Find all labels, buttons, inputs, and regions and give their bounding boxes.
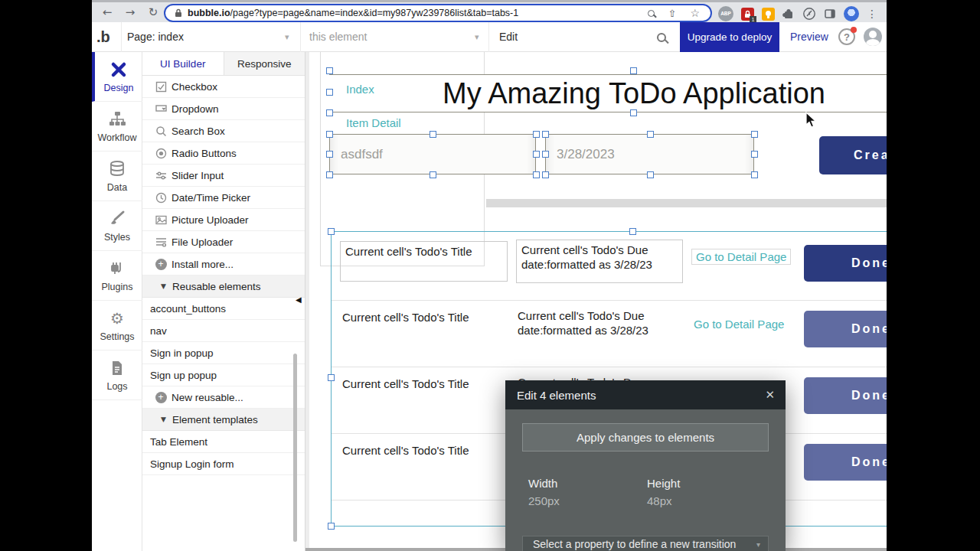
selection-handle[interactable] xyxy=(542,131,549,138)
share-icon[interactable]: ⇧ xyxy=(668,8,677,19)
preview-button[interactable]: Preview xyxy=(790,22,828,52)
selection-handle[interactable] xyxy=(630,109,637,116)
edit-menu[interactable]: Edit xyxy=(499,22,518,52)
sidebar-item-design[interactable]: Design xyxy=(92,52,142,102)
selection-handle[interactable] xyxy=(751,151,758,158)
selection-handle[interactable] xyxy=(629,228,636,235)
element-item-file-uploader[interactable]: File Uploader xyxy=(142,231,305,253)
header-element[interactable]: My Amazing ToDo Application xyxy=(329,74,887,112)
height-value[interactable]: 48px xyxy=(647,494,672,507)
selection-handle[interactable] xyxy=(326,109,333,116)
selection-handle[interactable] xyxy=(326,89,333,96)
bookmark-star-icon[interactable]: ☆ xyxy=(690,7,700,19)
popup-header[interactable]: Edit 4 elements ✕ xyxy=(505,380,786,409)
element-item-search-box[interactable]: Search Box xyxy=(142,120,305,142)
chevron-down-icon[interactable]: ▾ xyxy=(285,22,289,52)
browser-reload-icon[interactable]: ↻ xyxy=(144,3,162,21)
selection-handle[interactable] xyxy=(751,171,758,178)
element-item-slider-input[interactable]: Slider Input xyxy=(142,165,305,187)
todo-title-text[interactable]: Current cell's Todo's Title xyxy=(342,377,510,391)
selection-handle[interactable] xyxy=(533,131,540,138)
sidebar-item-settings[interactable]: ⚙ Settings xyxy=(92,301,142,350)
element-selector[interactable]: this element xyxy=(309,22,367,52)
zoom-icon[interactable] xyxy=(648,10,655,17)
sidebar-item-data[interactable]: Data xyxy=(92,152,142,201)
user-avatar[interactable] xyxy=(864,28,882,46)
element-item-checkbox[interactable]: Checkbox xyxy=(142,76,305,98)
reusable-item-sign-up-popup[interactable]: Sign up popup xyxy=(142,364,305,386)
keep-extension-icon[interactable] xyxy=(762,8,775,21)
url-bar[interactable]: bubble.io/page?type=page&name=index&id=m… xyxy=(164,4,712,22)
chevron-down-icon[interactable]: ▾ xyxy=(475,22,479,52)
selection-handle[interactable] xyxy=(751,131,758,138)
done-button[interactable]: Done xyxy=(804,377,887,414)
reusable-item-account-buttons[interactable]: account_buttons xyxy=(142,298,305,320)
divider-shape[interactable] xyxy=(486,199,887,207)
width-value[interactable]: 250px xyxy=(528,494,560,507)
selection-handle[interactable] xyxy=(328,374,335,381)
selection-handle[interactable] xyxy=(430,131,436,138)
selection-handle[interactable] xyxy=(647,171,654,178)
selection-handle[interactable] xyxy=(542,151,549,158)
panel-scrollbar[interactable] xyxy=(293,354,297,542)
browser-profile-avatar[interactable] xyxy=(844,6,859,21)
selection-handle[interactable] xyxy=(326,171,333,178)
browser-menu-icon[interactable]: ⋮ xyxy=(867,8,877,20)
reusable-item-new-reusable[interactable]: + New reusable... xyxy=(142,386,305,409)
selection-handle[interactable] xyxy=(326,131,333,138)
due-date-input[interactable]: 3/28/2023 xyxy=(545,134,754,174)
todo-title-text[interactable]: Current cell's Todo's Title xyxy=(342,443,510,458)
extensions-puzzle-icon[interactable] xyxy=(782,8,795,20)
create-task-button[interactable]: Create xyxy=(819,136,887,174)
element-item-picture-uploader[interactable]: Picture Uploader xyxy=(142,209,305,231)
element-item-install-more[interactable]: + Install more... xyxy=(142,253,305,276)
template-item-signup-login-form[interactable]: Signup Login form xyxy=(142,453,305,475)
sidebar-item-logs[interactable]: Logs xyxy=(92,350,142,400)
selection-handle[interactable] xyxy=(328,523,335,530)
element-item-datetime-picker[interactable]: Date/Time Picker xyxy=(142,187,305,209)
go-to-detail-link[interactable]: Go to Detail Page xyxy=(691,249,791,265)
panel-collapse-icon[interactable]: ◀ xyxy=(296,295,302,304)
done-button[interactable]: Done xyxy=(804,444,887,481)
close-icon[interactable]: ✕ xyxy=(765,388,775,402)
page-selector[interactable]: Page: index xyxy=(127,22,184,52)
sidebar-item-workflow[interactable]: Workflow xyxy=(92,102,142,152)
go-to-detail-link[interactable]: Go to Detail Page xyxy=(694,318,784,331)
task-title-input[interactable]: asdfsdf xyxy=(329,134,536,174)
leaf-extension-icon[interactable] xyxy=(802,7,816,21)
selection-handle[interactable] xyxy=(630,67,637,74)
todo-due-text[interactable]: Current cell's Todo's Due date:formatted… xyxy=(516,240,683,283)
element-item-radio-buttons[interactable]: Radio Buttons xyxy=(142,142,305,165)
browser-back-icon[interactable]: ← xyxy=(98,3,116,21)
sidepanel-icon[interactable] xyxy=(824,8,836,20)
reusable-item-nav[interactable]: nav xyxy=(142,320,305,342)
tab-ui-builder[interactable]: UI Builder xyxy=(142,52,224,75)
done-button[interactable]: Done xyxy=(804,245,887,282)
sidebar-item-plugins[interactable]: Plugins xyxy=(92,251,142,301)
selection-handle[interactable] xyxy=(430,171,436,178)
privacy-lock-extension-icon[interactable]: 1 xyxy=(741,8,754,21)
section-element-templates[interactable]: ▼ Element templates xyxy=(142,409,305,431)
browser-forward-icon[interactable]: → xyxy=(121,3,139,21)
todo-due-text[interactable]: Current cell's Todo's Due date:formatted… xyxy=(518,308,684,337)
selection-handle[interactable] xyxy=(326,151,333,158)
edit-elements-popup[interactable]: Edit 4 elements ✕ Apply changes to eleme… xyxy=(505,380,786,551)
element-item-dropdown[interactable]: Dropdown xyxy=(142,98,305,120)
adblock-extension-icon[interactable]: ABP xyxy=(718,6,733,21)
apply-changes-button[interactable]: Apply changes to elements xyxy=(522,423,769,452)
selection-handle[interactable] xyxy=(533,171,540,178)
todo-title-text[interactable]: Current cell's Todo's Title xyxy=(342,310,510,324)
nav-link-index[interactable]: Index xyxy=(346,83,374,96)
template-item-tab-element[interactable]: Tab Element xyxy=(142,431,305,453)
section-reusable-elements[interactable]: ▼ Reusable elements xyxy=(142,276,305,298)
tab-responsive[interactable]: Responsive xyxy=(224,52,305,75)
done-button[interactable]: Done xyxy=(804,311,887,347)
upgrade-to-deploy-button[interactable]: Upgrade to deploy xyxy=(680,22,779,52)
nav-link-item-detail[interactable]: Item Detail xyxy=(346,116,401,129)
selection-handle[interactable] xyxy=(533,151,540,158)
sidebar-item-styles[interactable]: Styles xyxy=(92,201,142,251)
selection-handle[interactable] xyxy=(328,228,335,235)
bubble-logo[interactable]: .b xyxy=(96,22,110,52)
todo-title-text[interactable]: Current cell's Todo's Title xyxy=(340,241,508,282)
selection-handle[interactable] xyxy=(326,67,333,74)
